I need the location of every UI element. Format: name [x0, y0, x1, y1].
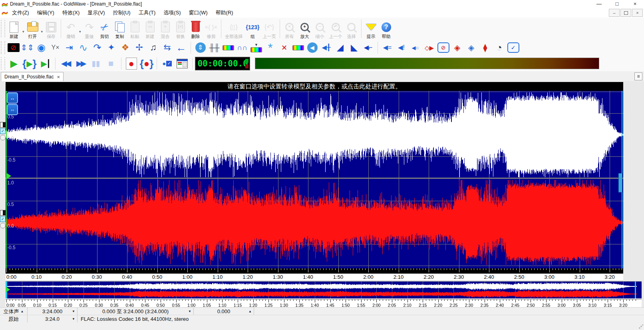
noise-reduction-button[interactable]: ×: [277, 41, 291, 54]
menu-item-1[interactable]: 编辑(Y): [33, 8, 58, 18]
stereo-enhance-button[interactable]: ◈: [464, 41, 478, 54]
gates-button[interactable]: ∩∩: [235, 41, 249, 54]
menu-item-5[interactable]: 工具(T): [135, 8, 160, 18]
toolbar-redo-button[interactable]: ↷重做: [82, 18, 97, 40]
shift-left-button[interactable]: ←: [174, 41, 188, 54]
toolbar-zoom-previous-button[interactable]: ↶上一个: [328, 18, 344, 40]
toolbar-save-button[interactable]: 保存: [44, 18, 59, 40]
selection-end-handle[interactable]: [618, 173, 622, 192]
interpolate-button[interactable]: ✢: [132, 41, 146, 54]
playback-position-marker[interactable]: [6, 173, 11, 179]
mdi-minimize-button[interactable]: –: [609, 9, 620, 17]
waveform-canvas[interactable]: [6, 91, 623, 268]
minimize-button[interactable]: —: [590, 0, 608, 8]
toolbar-mix-button[interactable]: +混合: [158, 18, 173, 40]
selection-start-marker[interactable]: [6, 91, 7, 268]
pause-button[interactable]: ▮▮: [89, 57, 103, 70]
pop-fix-button[interactable]: *: [263, 41, 277, 54]
menu-item-7[interactable]: 窗口(W): [185, 8, 212, 18]
toolbar-select-all-button[interactable]: {▯}全部选择: [223, 18, 244, 40]
toolbar-grip[interactable]: [1, 57, 5, 69]
pitch-button[interactable]: ♫: [146, 41, 160, 54]
window-list-button[interactable]: ≡: [634, 72, 642, 80]
expand-compress-button[interactable]: ⇕⇕: [20, 41, 34, 54]
equalizer-sliders-button[interactable]: ╫╫: [207, 41, 221, 54]
toolbar-open-button[interactable]: 打开: [25, 18, 40, 40]
toolbar-undo-button[interactable]: ↶撤销: [63, 18, 78, 40]
channel-view-toggle-icon[interactable]: [0, 210, 6, 216]
toolbar-prev-page-button[interactable]: {↶}上一页: [261, 18, 278, 40]
record-button[interactable]: ●: [125, 57, 138, 70]
length-short-cell[interactable]: 3:24.0 ▼: [28, 315, 78, 323]
toolbar-replace-button[interactable]: {×}替换: [173, 18, 188, 40]
spectrum-funnel-button[interactable]: ▼: [249, 41, 263, 54]
remote-bubble-button[interactable]: ✓: [506, 41, 520, 54]
reverse-button[interactable]: ↷: [90, 41, 104, 54]
mdi-restore-button[interactable]: [620, 9, 631, 17]
overview-strip[interactable]: [6, 281, 642, 300]
close-button[interactable]: ×: [626, 0, 644, 8]
menu-item-0[interactable]: 文件(Z): [8, 8, 33, 18]
spin-down-icon[interactable]: ▼: [188, 310, 191, 313]
toolbar-view-all-button[interactable]: ×所有: [282, 18, 297, 40]
playback-rate-button[interactable]: ⇕: [193, 41, 207, 54]
toolbar-copy-button[interactable]: 复制: [112, 18, 127, 40]
selection-range-cell[interactable]: 0.000 至 3:24.000 (3:24.000) ▼: [78, 308, 194, 315]
document-tab[interactable]: Dream_It_Possible.flac ×: [1, 72, 64, 81]
menu-item-8[interactable]: 帮助(R): [212, 8, 237, 18]
spectrum-link-button[interactable]: [291, 41, 305, 54]
menu-item-3[interactable]: 显示(V): [83, 8, 109, 18]
timer-button[interactable]: ◔: [492, 41, 506, 54]
channel-radio-icon[interactable]: [0, 135, 6, 140]
doppler-button[interactable]: ∿: [76, 41, 90, 54]
fade-out-button[interactable]: ◣: [347, 41, 361, 54]
insert-marker-button[interactable]: ⇥: [62, 41, 76, 54]
shape-volume-button[interactable]: ◀○: [408, 41, 422, 54]
mdi-close-button[interactable]: ×: [632, 9, 643, 17]
toolbar-tips-button[interactable]: 提示: [364, 18, 379, 40]
play-selection-button[interactable]: { ▶ }: [22, 57, 37, 70]
volume-slider-button[interactable]: ◀╂: [319, 41, 333, 54]
channel-enable-checkbox[interactable]: ✓: [0, 216, 6, 222]
volume-button[interactable]: ◀: [305, 41, 319, 54]
resize-grip-icon[interactable]: [638, 324, 643, 329]
toolbar-set-button[interactable]: {123}组: [244, 18, 261, 40]
toolbar-zoom-in-button[interactable]: +放大: [297, 18, 312, 40]
toolbar-new-dropdown[interactable]: ▾: [22, 30, 25, 34]
spectrum-band-button[interactable]: [221, 41, 235, 54]
channel-mode-cell[interactable]: 立体声 ▲: [0, 308, 28, 315]
spin-up-icon[interactable]: ▲: [248, 310, 252, 313]
time-offset-button[interactable]: ⇆: [160, 41, 174, 54]
visuals-window-button[interactable]: [175, 57, 189, 70]
toolbar-help-button[interactable]: ?帮助: [379, 18, 394, 40]
total-length-cell[interactable]: 3:24.000 ▼: [28, 308, 78, 315]
spin-up-icon[interactable]: ▲: [21, 310, 24, 313]
channel-enable-checkbox[interactable]: ✓: [0, 128, 6, 134]
toolbar-paste-button[interactable]: 粘贴: [127, 18, 143, 40]
menu-item-4[interactable]: 控制(U): [109, 8, 135, 18]
zoom-fit-button[interactable]: ⇔: [7, 104, 18, 115]
zoom-horizontal-button[interactable]: ↔: [7, 92, 18, 104]
auto-gain-button[interactable]: ◀!: [394, 41, 408, 54]
rewind-button[interactable]: ◀◀: [59, 57, 72, 70]
flanger-button[interactable]: ✦: [104, 41, 118, 54]
record-selection-button[interactable]: { ● }: [140, 57, 154, 70]
menu-item-6[interactable]: 选项(S): [159, 8, 185, 18]
toolbar-grip[interactable]: [1, 41, 5, 54]
spin-down-icon[interactable]: ▼: [72, 310, 75, 313]
pan-ball-button[interactable]: ◉: [34, 41, 48, 54]
stop-button[interactable]: ■: [104, 57, 118, 70]
play-button[interactable]: ▶: [7, 57, 21, 70]
toolbar-undo-dropdown[interactable]: ▾: [78, 30, 82, 34]
fast-forward-button[interactable]: ▶▶: [74, 57, 87, 70]
play-to-end-button[interactable]: ▶: [38, 57, 52, 70]
toolbar-paste-new-button[interactable]: ▭新建: [143, 18, 158, 40]
menu-item-2[interactable]: 特效(X): [58, 8, 83, 18]
channel-radio-icon[interactable]: [0, 223, 6, 228]
spin-down-icon[interactable]: ▼: [72, 317, 75, 321]
channel-view-toggle-icon[interactable]: [0, 122, 6, 128]
toolbar-grip[interactable]: [1, 20, 5, 37]
fade-in-button[interactable]: ◢: [333, 41, 347, 54]
waveform-view[interactable]: ↔ ⇔ 0.50.0-0.51.00.50.0-0.5: [6, 91, 623, 268]
stereo-center-button[interactable]: ◈: [450, 41, 464, 54]
